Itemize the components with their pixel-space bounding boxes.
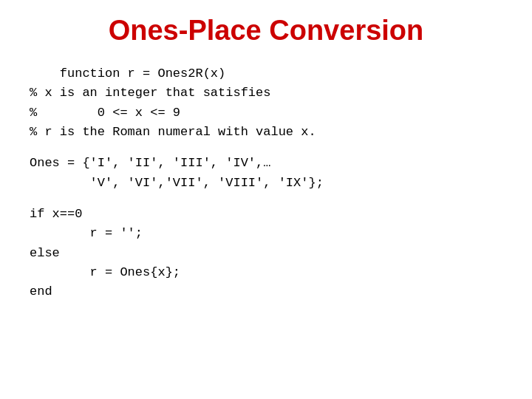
code-line-7: 'V', 'VI','VII', 'VIII', 'IX'}; <box>30 174 502 193</box>
code-line-1: function r = Ones2R(x) <box>30 64 502 83</box>
code-line-13: end <box>30 282 502 301</box>
if-else-block: if x==0 r = ''; else r = Ones{x}; end <box>30 205 502 302</box>
page-container: Ones-Place Conversion function r = Ones2… <box>0 0 532 399</box>
page-title: Ones-Place Conversion <box>30 15 502 47</box>
function-definition: function r = Ones2R(x) % x is an integer… <box>30 64 502 142</box>
code-line-10: r = ''; <box>30 224 502 243</box>
code-line-11: else <box>30 244 502 263</box>
ones-array: Ones = {'I', 'II', 'III', 'IV',… 'V', 'V… <box>30 154 502 193</box>
code-line-12: r = Ones{x}; <box>30 263 502 282</box>
code-line-2: % x is an integer that satisfies <box>30 83 502 103</box>
code-line-9: if x==0 <box>30 205 502 224</box>
code-line-3: % 0 <= x <= 9 <box>30 103 502 123</box>
code-block: function r = Ones2R(x) % x is an integer… <box>30 64 502 314</box>
code-line-4: % r is the Roman numeral with value x. <box>30 123 502 142</box>
code-line-6: Ones = {'I', 'II', 'III', 'IV',… <box>30 154 502 173</box>
